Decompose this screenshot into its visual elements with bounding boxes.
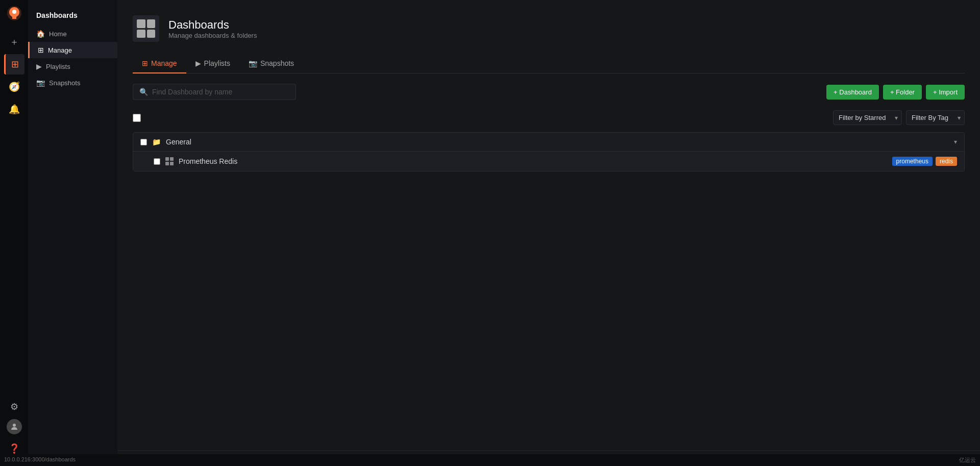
folder-icon: 📁 (152, 138, 161, 146)
nav-settings[interactable]: ⚙ (4, 397, 24, 417)
dashboard-checkbox[interactable] (154, 158, 160, 165)
tab-playlists-label: Playlists (204, 59, 230, 67)
page-header-icon (133, 15, 159, 42)
dashboard-name: Prometheus Redis (179, 157, 887, 165)
dashboard-tags: prometheus redis (892, 157, 957, 166)
sidebar-item-manage-label: Manage (48, 46, 72, 54)
toolbar-right: + Dashboard + Folder + Import (826, 85, 965, 100)
tab-manage-icon: ⊞ (142, 59, 148, 67)
tab-snapshots-label: Snapshots (260, 59, 294, 67)
dashboard-list: 📁 General ▾ Prometheus Redis prometheus … (133, 132, 965, 171)
filter-right: Filter by Starred Filter By Tag (833, 110, 965, 125)
select-all-checkbox[interactable] (133, 114, 141, 122)
folder-toggle-icon: ▾ (954, 138, 957, 145)
status-url: 10.0.0.216:3000/dashboards (4, 456, 76, 464)
home-icon: 🏠 (36, 30, 45, 38)
grid-tile-2 (170, 157, 174, 161)
filter-tag-select[interactable]: Filter By Tag (906, 110, 965, 125)
sidebar-item-snapshots-label: Snapshots (49, 79, 80, 87)
tag-redis[interactable]: redis (936, 157, 957, 166)
nav-dashboards[interactable]: ⊞ (4, 54, 24, 75)
tag-prometheus[interactable]: prometheus (892, 157, 933, 166)
tab-manage[interactable]: ⊞ Manage (133, 54, 186, 73)
import-button[interactable]: + Import (926, 85, 965, 100)
filter-starred-wrap: Filter by Starred (833, 110, 902, 125)
icon-tile-2 (147, 19, 156, 28)
page-header: Dashboards Manage dashboards & folders (133, 15, 965, 42)
toolbar: 🔍 + Dashboard + Folder + Import (133, 84, 965, 100)
manage-icon: ⊞ (38, 46, 44, 54)
playlists-icon: ▶ (36, 62, 42, 70)
sidebar-title: Dashboards (28, 5, 117, 26)
status-bar: 10.0.0.216:3000/dashboards 亿运云 (0, 454, 980, 466)
sidebar: Dashboards 🏠 Home ⊞ Manage ▶ Playlists 📷… (28, 0, 117, 466)
tab-playlists-icon: ▶ (195, 59, 201, 67)
sidebar-item-playlists[interactable]: ▶ Playlists (28, 58, 117, 75)
tab-playlists[interactable]: ▶ Playlists (186, 54, 239, 73)
page-subtitle: Manage dashboards & folders (168, 32, 257, 39)
sidebar-item-snapshots[interactable]: 📷 Snapshots (28, 75, 117, 91)
sidebar-item-home-label: Home (49, 30, 67, 38)
new-folder-button[interactable]: + Folder (883, 85, 922, 100)
svg-point-2 (13, 424, 16, 427)
status-watermark: 亿运云 (959, 456, 976, 464)
nav-explore[interactable]: 🧭 (4, 77, 24, 97)
folder-row-general[interactable]: 📁 General ▾ (133, 133, 964, 152)
page-header-text: Dashboards Manage dashboards & folders (168, 18, 257, 39)
sidebar-item-home[interactable]: 🏠 Home (28, 26, 117, 42)
icon-tile-1 (137, 19, 145, 28)
main-content: Dashboards Manage dashboards & folders ⊞… (117, 0, 980, 466)
folder-checkbox[interactable] (140, 139, 147, 145)
search-icon: 🔍 (139, 88, 148, 96)
app-logo[interactable] (6, 5, 22, 21)
folder-name: General (166, 138, 949, 146)
sidebar-item-playlists-label: Playlists (46, 63, 70, 70)
filter-tag-wrap: Filter By Tag (906, 110, 965, 125)
page-title: Dashboards (168, 18, 257, 32)
grid-tile-1 (165, 157, 169, 161)
filter-starred-select[interactable]: Filter by Starred (833, 110, 902, 125)
grid-tile-3 (165, 162, 169, 165)
nav-create[interactable]: ＋ (4, 32, 24, 52)
left-nav: ＋ ⊞ 🧭 🔔 ⚙ ❓ (0, 0, 28, 466)
tab-manage-label: Manage (151, 59, 177, 67)
snapshots-icon: 📷 (36, 79, 45, 87)
icon-tile-3 (137, 30, 145, 38)
icon-tile-4 (147, 30, 156, 38)
new-dashboard-button[interactable]: + Dashboard (826, 85, 879, 100)
svg-point-1 (12, 10, 16, 14)
sidebar-item-manage[interactable]: ⊞ Manage (28, 42, 117, 58)
filter-bar: Filter by Starred Filter By Tag (133, 110, 965, 125)
tab-snapshots[interactable]: 📷 Snapshots (239, 54, 303, 73)
tabs: ⊞ Manage ▶ Playlists 📷 Snapshots (133, 54, 965, 73)
grid-tile-4 (170, 162, 174, 165)
dashboard-grid-icon (165, 157, 174, 165)
nav-alerting[interactable]: 🔔 (4, 99, 24, 119)
tab-snapshots-icon: 📷 (249, 59, 257, 67)
dashboard-row-prometheus-redis[interactable]: Prometheus Redis prometheus redis (133, 152, 964, 171)
search-box: 🔍 (133, 84, 296, 100)
user-avatar[interactable] (7, 419, 22, 434)
search-input[interactable] (152, 88, 289, 96)
